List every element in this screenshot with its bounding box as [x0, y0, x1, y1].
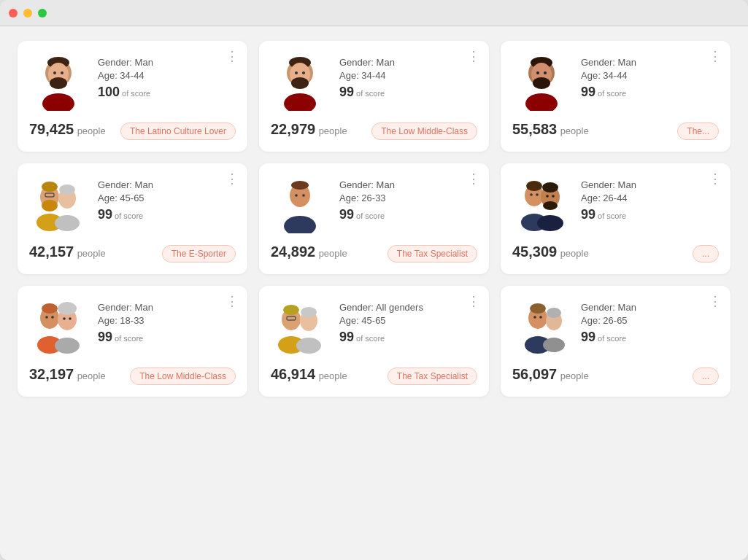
segment-tag[interactable]: The Latino Culture Lover: [120, 122, 236, 140]
svg-point-56: [283, 305, 299, 315]
avatar: [512, 52, 571, 111]
card-menu-button[interactable]: ⋮: [709, 50, 722, 63]
people-info: 42,157 people: [29, 244, 106, 260]
svg-point-53: [69, 317, 72, 320]
age-label: Age: 34-44: [98, 70, 153, 81]
segment-tag[interactable]: ...: [693, 245, 719, 262]
people-info: 56,097 people: [512, 366, 589, 383]
people-label: people: [560, 370, 589, 381]
card-info: Gender: Man Age: 34-44 99 of score: [339, 52, 395, 100]
score-label: of score: [122, 89, 150, 98]
age-label: Age: 26-33: [339, 192, 395, 203]
card-menu-button[interactable]: ⋮: [709, 295, 722, 308]
gender-label: Gender: Man: [581, 179, 636, 190]
score-number: 99: [98, 207, 112, 222]
svg-point-61: [296, 338, 321, 354]
card-7: ⋮ Gender: Man Age: 18-33 99 of: [18, 286, 247, 397]
card-top: Gender: Man Age: 34-44 99 of score: [512, 52, 719, 111]
gender-label: Gender: All genders: [339, 302, 423, 313]
card-menu-button[interactable]: ⋮: [467, 295, 480, 308]
gender-label: Gender: Man: [581, 57, 636, 68]
segment-tag[interactable]: The E-Sporter: [162, 245, 236, 262]
score-number: 99: [339, 330, 354, 345]
score-number: 99: [581, 330, 595, 345]
people-label: people: [560, 125, 589, 136]
card-info: Gender: Man Age: 26-65 99 of score: [581, 298, 636, 345]
svg-point-19: [544, 71, 547, 74]
avatar: [29, 298, 88, 356]
card-top: Gender: Man Age: 26-65 99 of score: [512, 298, 719, 356]
svg-point-69: [543, 338, 565, 352]
svg-point-40: [542, 182, 558, 192]
avatar: [29, 52, 88, 111]
score-line: 99 of score: [581, 85, 636, 100]
score-label: of score: [356, 211, 385, 220]
card-bottom: 42,157 people The E-Sporter: [29, 244, 236, 262]
card-2: ⋮ Gender: Man Age: 34-44 99 of: [259, 41, 489, 152]
svg-point-60: [301, 307, 317, 317]
card-8: ⋮ Gender: All genders Age: 45-65 99 of s…: [259, 286, 489, 397]
segment-tag[interactable]: The Tax Specialist: [388, 368, 477, 385]
card-5: ⋮ Gender: Man Age: 26-33 99 of score 24: [259, 163, 489, 274]
svg-point-48: [51, 316, 54, 319]
avatar: [271, 52, 329, 111]
people-count: 24,892: [271, 244, 315, 260]
segment-tag[interactable]: The...: [677, 122, 719, 140]
people-info: 55,583 people: [512, 121, 589, 138]
people-count: 56,097: [512, 366, 557, 382]
gender-label: Gender: Man: [339, 57, 395, 68]
score-number: 100: [98, 85, 120, 100]
age-label: Age: 45-65: [98, 192, 153, 203]
svg-point-22: [42, 182, 58, 192]
people-label: people: [560, 248, 589, 259]
segment-tag[interactable]: The Low Middle-Class: [371, 122, 477, 140]
card-top: Gender: Man Age: 34-44 99 of score: [271, 52, 477, 111]
card-menu-button[interactable]: ⋮: [467, 50, 480, 63]
svg-point-51: [58, 302, 77, 315]
svg-point-36: [530, 193, 533, 196]
svg-point-12: [302, 71, 305, 74]
segment-tag[interactable]: The Tax Specialist: [388, 245, 477, 262]
age-label: Age: 45-65: [339, 315, 423, 326]
people-label: people: [319, 248, 347, 259]
card-menu-button[interactable]: ⋮: [225, 50, 239, 63]
segment-tag[interactable]: ...: [693, 368, 719, 385]
svg-point-18: [536, 71, 539, 74]
card-3: ⋮ Gender: Man Age: 34-44 99 of score: [501, 41, 730, 152]
svg-point-54: [55, 338, 80, 354]
people-count: 46,914: [271, 366, 315, 382]
people-count: 32,197: [29, 366, 74, 382]
score-line: 99 of score: [98, 330, 153, 345]
svg-point-46: [42, 303, 58, 314]
card-info: Gender: Man Age: 34-44 99 of score: [581, 52, 636, 100]
age-label: Age: 34-44: [581, 70, 636, 81]
card-info: Gender: Man Age: 45-65 99 of score: [98, 175, 153, 222]
score-line: 99 of score: [339, 330, 423, 345]
gender-label: Gender: Man: [98, 302, 153, 313]
minimize-button[interactable]: [23, 9, 32, 18]
avatar: [512, 298, 571, 356]
score-number: 99: [339, 85, 354, 100]
close-button[interactable]: [9, 9, 18, 18]
card-menu-button[interactable]: ⋮: [467, 172, 480, 185]
svg-point-63: [530, 303, 546, 314]
avatar: [512, 175, 571, 233]
svg-point-28: [55, 215, 80, 231]
svg-point-68: [547, 308, 561, 318]
score-line: 100 of score: [98, 85, 153, 100]
card-menu-button[interactable]: ⋮: [225, 172, 239, 185]
card-menu-button[interactable]: ⋮: [709, 172, 722, 185]
gender-label: Gender: Man: [581, 302, 636, 313]
avatar: [29, 175, 88, 233]
cards-grid: ⋮ Gender: Man Age: 34-44 100 of: [18, 41, 730, 397]
svg-point-17: [533, 77, 550, 89]
segment-tag[interactable]: The Low Middle-Class: [130, 368, 236, 385]
score-label: of score: [598, 334, 626, 343]
svg-point-47: [45, 316, 48, 319]
score-number: 99: [581, 85, 595, 100]
svg-point-3: [50, 77, 67, 89]
maximize-button[interactable]: [38, 9, 47, 18]
card-menu-button[interactable]: ⋮: [225, 295, 239, 308]
card-top: Gender: Man Age: 45-65 99 of score: [29, 175, 236, 233]
svg-point-52: [63, 317, 66, 320]
